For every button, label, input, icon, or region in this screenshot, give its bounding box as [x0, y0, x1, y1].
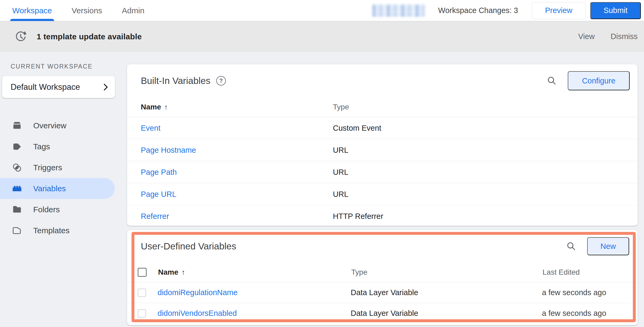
row-checkbox[interactable]: [138, 288, 146, 297]
select-all-checkbox[interactable]: [138, 268, 147, 277]
built-in-variables-card: Built-In Variables ? Configure Name ↑ Ty…: [127, 64, 638, 226]
overview-icon: [11, 120, 23, 131]
user-defined-variables-title: User-Defined Variables: [141, 241, 236, 252]
column-header-type: Type: [333, 103, 349, 111]
column-header-last-edited: Last Edited: [543, 268, 580, 277]
table-row[interactable]: didomiRegulationName Data Layer Variable…: [127, 282, 638, 303]
sidebar-item-tags[interactable]: Tags: [0, 136, 115, 157]
variable-type: URL: [333, 190, 348, 199]
banner-view-button[interactable]: View: [578, 32, 595, 41]
user-defined-variables-header: User-Defined Variables New: [127, 230, 638, 262]
variable-last-edited: a few seconds ago: [542, 288, 606, 297]
top-nav-actions: Workspace Changes: 3 Preview Submit: [372, 0, 641, 21]
sidebar-item-templates[interactable]: Templates: [0, 220, 115, 241]
table-row[interactable]: Event Custom Event: [127, 117, 638, 139]
sidebar-nav: Overview Tags: [0, 115, 127, 241]
variable-type: URL: [333, 168, 348, 177]
user-defined-table-header: Name ↑ Type Last Edited: [127, 262, 638, 282]
redacted-account-id: [372, 5, 425, 17]
user-defined-variables-card: User-Defined Variables New Name ↑ Type: [127, 230, 638, 325]
template-update-banner: 1 template update available View Dismiss: [0, 21, 644, 52]
variable-link[interactable]: Page Path: [141, 168, 177, 176]
new-variable-button[interactable]: New: [587, 237, 629, 255]
template-icon: [11, 225, 23, 236]
submit-button[interactable]: Submit: [590, 2, 641, 19]
banner-dismiss-button[interactable]: Dismiss: [611, 32, 638, 41]
workspace-changes-count: Workspace Changes: 3: [438, 6, 518, 15]
table-row[interactable]: Page URL URL: [127, 183, 638, 205]
sidebar-item-label: Tags: [33, 142, 50, 151]
preview-button[interactable]: Preview: [532, 2, 586, 19]
banner-actions: View Dismiss: [578, 32, 638, 41]
built-in-table-header: Name ↑ Type: [127, 97, 638, 117]
sidebar: CURRENT WORKSPACE Default Workspace Over…: [0, 52, 127, 327]
column-header-name[interactable]: Name ↑: [141, 103, 333, 111]
variable-link[interactable]: didomiVendorsEnabled: [158, 309, 237, 317]
banner-message: 1 template update available: [37, 32, 142, 41]
variable-link[interactable]: Page URL: [141, 190, 176, 198]
tab-admin[interactable]: Admin: [121, 0, 145, 21]
variable-type: HTTP Referrer: [333, 212, 383, 221]
variable-type: URL: [333, 146, 348, 155]
built-in-variables-title: Built-In Variables: [141, 75, 210, 86]
sidebar-item-label: Templates: [33, 226, 70, 235]
main-area: CURRENT WORKSPACE Default Workspace Over…: [0, 52, 644, 327]
tab-versions[interactable]: Versions: [71, 0, 103, 21]
workspace-selector-name: Default Workspace: [11, 82, 80, 92]
variable-link[interactable]: Referrer: [141, 212, 169, 220]
search-icon[interactable]: [546, 75, 557, 86]
table-row[interactable]: Page Hostname URL: [127, 139, 638, 161]
table-row[interactable]: didomiVendorsEnabled Data Layer Variable…: [127, 303, 638, 324]
current-workspace-label: CURRENT WORKSPACE: [11, 63, 127, 70]
search-icon[interactable]: [566, 241, 577, 252]
sidebar-item-label: Variables: [33, 184, 66, 193]
top-nav-tabs: Workspace Versions Admin: [12, 0, 164, 21]
sidebar-item-label: Triggers: [33, 163, 62, 172]
variable-link[interactable]: Event: [141, 124, 160, 132]
sidebar-item-triggers[interactable]: Triggers: [0, 157, 115, 178]
sidebar-item-label: Folders: [33, 205, 60, 214]
table-row[interactable]: Page Path URL: [127, 161, 638, 183]
variable-link[interactable]: didomiRegulationName: [158, 288, 238, 297]
column-header-name[interactable]: Name ↑: [158, 268, 351, 277]
column-header-type: Type: [351, 268, 543, 277]
tab-versions-label: Versions: [72, 6, 102, 15]
variable-link[interactable]: Page Hostname: [141, 146, 196, 154]
top-nav: Workspace Versions Admin Workspace Chang…: [0, 0, 644, 21]
tag-icon: [11, 141, 23, 152]
built-in-variables-header: Built-In Variables ? Configure: [127, 64, 638, 97]
row-checkbox[interactable]: [138, 309, 146, 318]
sidebar-item-overview[interactable]: Overview: [0, 115, 115, 136]
workspace-selector[interactable]: Default Workspace: [2, 76, 115, 98]
tab-workspace-label: Workspace: [12, 6, 52, 15]
tab-admin-label: Admin: [122, 6, 145, 15]
sort-ascending-icon: ↑: [181, 268, 185, 277]
sidebar-item-label: Overview: [33, 121, 66, 130]
variable-type: Data Layer Variable: [351, 309, 542, 318]
tab-workspace[interactable]: Workspace: [12, 0, 53, 21]
variable-last-edited: a few seconds ago: [542, 309, 606, 318]
triggers-icon: [11, 162, 23, 173]
chevron-right-icon: [103, 83, 108, 91]
variable-type: Custom Event: [333, 124, 381, 133]
help-icon[interactable]: ?: [216, 76, 226, 86]
gtm-workspace-page: Workspace Versions Admin Workspace Chang…: [0, 0, 644, 327]
variables-brick-icon: [11, 183, 23, 194]
configure-button[interactable]: Configure: [568, 71, 630, 90]
variable-type: Data Layer Variable: [351, 288, 542, 297]
sort-ascending-icon: ↑: [164, 103, 168, 111]
template-update-icon: [15, 31, 27, 43]
table-row[interactable]: Referrer HTTP Referrer: [127, 205, 638, 227]
folder-icon: [11, 204, 23, 215]
sidebar-item-variables[interactable]: Variables: [0, 178, 115, 199]
sidebar-item-folders[interactable]: Folders: [0, 199, 115, 220]
